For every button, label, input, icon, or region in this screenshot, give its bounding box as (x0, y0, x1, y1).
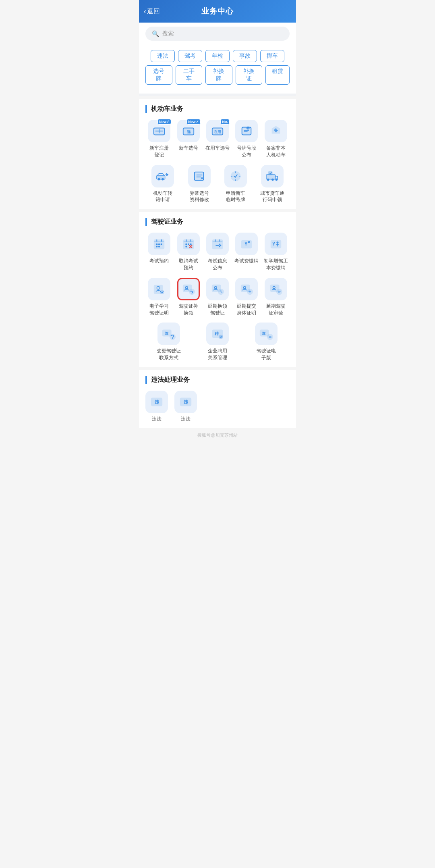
item-license-replace[interactable]: 驾驶证补换领 (174, 278, 202, 316)
svg-rect-34 (188, 244, 189, 245)
abnormal-select-icon-wrap (188, 165, 211, 187)
license-section-title: 驾驶证业务 (145, 218, 290, 226)
tag-violation[interactable]: 违法 (151, 50, 175, 62)
item-backup-car[interactable]: 备 备案非本人机动车 (262, 120, 290, 158)
exam-fee-icon-wrap: ¥ (235, 233, 258, 255)
item-exam-fee[interactable]: ¥ 考试费缴纳 (233, 233, 260, 271)
svg-rect-33 (185, 244, 187, 245)
item-violation1[interactable]: 违 违法 (145, 391, 168, 423)
svg-rect-31 (158, 246, 160, 248)
svg-text:违: 违 (155, 400, 160, 404)
exam-cancel-icon-wrap (177, 233, 200, 255)
truck-pass-label: 城市货车通行码申领 (260, 190, 284, 204)
watermark: 搜狐号@贝壳苏州站 (139, 428, 296, 440)
backup-car-icon-wrap: 备 (265, 120, 287, 142)
license-grid-row1: 考试预约 取消考试预约 (145, 233, 290, 271)
back-button[interactable]: ‹ 返回 (144, 7, 160, 16)
new-car-reg-icon (152, 124, 166, 138)
license-digital-icon-wrap: 驾 (255, 323, 278, 345)
svg-point-65 (267, 334, 272, 339)
tag-exam[interactable]: 驾考 (178, 50, 202, 62)
license-grid-row3: 驾 变更驾驶证联系方式 聘 企业聘用关系管理 (145, 323, 290, 361)
exam-info-icon-wrap (206, 233, 229, 255)
item-truck-pass[interactable]: 城市货车通行码申领 (255, 165, 290, 204)
car-transfer-icon (156, 169, 170, 183)
tag-plate-select[interactable]: 选号牌 (145, 65, 172, 85)
item-temp-plate[interactable]: 申请新车临时号牌 (218, 165, 253, 204)
tag-used-car[interactable]: 二手车 (176, 65, 203, 85)
violation1-label: 违法 (152, 416, 162, 423)
motor-section-title: 机动车业务 (145, 105, 290, 113)
abnormal-select-icon (193, 169, 206, 183)
enterprise-hire-icon-wrap: 聘 (206, 323, 229, 345)
svg-rect-29 (161, 244, 162, 245)
item-learn-fee[interactable]: ¥ 初学增驾工本费缴纳 (262, 233, 290, 271)
item-abnormal-select[interactable]: 异常选号资料修改 (182, 165, 217, 204)
truck-pass-icon (265, 169, 279, 183)
medical-extend-label: 延期提交身体证明 (237, 303, 256, 316)
svg-rect-25 (268, 171, 272, 175)
exam-cancel-icon (182, 237, 195, 251)
enterprise-hire-icon: 聘 (211, 327, 224, 341)
item-enterprise-hire[interactable]: 聘 企业聘用关系管理 (194, 323, 241, 361)
violation2-icon-wrap: 违 (174, 391, 197, 413)
item-e-study-cert[interactable]: 电子学习驾驶证明 (145, 278, 173, 316)
svg-rect-37 (213, 240, 223, 249)
car-num-icon-wrap: No. 在用 (206, 120, 229, 142)
exam-fee-icon: ¥ (240, 237, 253, 251)
enterprise-hire-label: 企业聘用关系管理 (208, 348, 227, 361)
item-exam-info[interactable]: 考试信息公布 (204, 233, 231, 271)
svg-rect-28 (158, 244, 160, 245)
item-medical-extend[interactable]: 延期提交身体证明 (233, 278, 260, 316)
tag-move[interactable]: 挪车 (260, 50, 284, 62)
item-new-car-reg[interactable]: New✓ 新车注册登记 (145, 120, 173, 158)
item-plate-section[interactable]: = 号牌号段公布 (233, 120, 260, 158)
tag-replace-plate[interactable]: 补换牌 (205, 65, 232, 85)
item-violation2[interactable]: 违 违法 (174, 391, 197, 423)
svg-text:选: 选 (186, 129, 191, 134)
search-input[interactable]: 🔍 搜索 (145, 27, 290, 41)
license-section: 驾驶证业务 考试预约 (139, 212, 296, 367)
license-digital-icon: 驾 (259, 327, 273, 341)
truck-pass-icon-wrap (261, 165, 284, 187)
svg-rect-30 (156, 246, 158, 248)
plate-section-icon-wrap: = (235, 120, 258, 142)
license-replace-label: 驾驶证补换领 (179, 303, 198, 316)
item-exam-book[interactable]: 考试预约 (145, 233, 173, 271)
medical-extend-icon-wrap (235, 278, 258, 300)
backup-car-icon: 备 (269, 124, 283, 138)
exam-fee-label: 考试费缴纳 (234, 258, 259, 264)
tags-row-2: 选号牌 二手车 补换牌 补换证 租赁 (145, 65, 290, 85)
violation-grid-row1: 违 违法 违 违法 (145, 391, 290, 423)
svg-text:¥: ¥ (245, 241, 248, 247)
item-license-verify[interactable]: 延期驾驶证审验 (262, 278, 290, 316)
exam-cancel-label: 取消考试预约 (179, 258, 198, 271)
medical-extend-icon (240, 282, 253, 296)
item-new-car-num[interactable]: New✓ 选 新车选号 (174, 120, 202, 158)
tag-replace-cert[interactable]: 补换证 (236, 65, 263, 85)
item-car-num-select[interactable]: No. 在用 在用车选号 (204, 120, 231, 158)
e-study-cert-icon (152, 282, 166, 296)
new-car-reg-icon-wrap: New✓ (148, 120, 170, 142)
svg-text:=: = (248, 127, 249, 129)
car-transfer-icon-wrap (151, 165, 174, 187)
license-verify-icon (269, 282, 283, 296)
tag-inspection[interactable]: 年检 (205, 50, 230, 62)
license-contact-icon-wrap: 驾 (157, 323, 180, 345)
abnormal-select-label: 异常选号资料修改 (190, 190, 209, 204)
tag-accident[interactable]: 事故 (233, 50, 257, 62)
violation2-label: 违法 (181, 416, 191, 423)
item-license-contact[interactable]: 驾 变更驾驶证联系方式 (145, 323, 193, 361)
item-car-transfer[interactable]: 机动车转籍申请 (145, 165, 180, 204)
svg-point-15 (158, 178, 160, 180)
violation1-icon-wrap: 违 (145, 391, 168, 413)
item-exam-cancel[interactable]: 取消考试预约 (174, 233, 202, 271)
tag-rent[interactable]: 租赁 (265, 65, 290, 85)
svg-text:违: 违 (184, 400, 188, 404)
exam-book-icon-wrap (148, 233, 170, 255)
learn-fee-label: 初学增驾工本费缴纳 (264, 258, 288, 271)
motor-grid-row2: 机动车转籍申请 异常选号资料修改 (145, 165, 290, 204)
license-extend-icon (211, 282, 224, 296)
item-license-digital[interactable]: 驾 驾驶证电子版 (242, 323, 290, 361)
item-license-extend[interactable]: 延期换领驾驶证 (204, 278, 231, 316)
